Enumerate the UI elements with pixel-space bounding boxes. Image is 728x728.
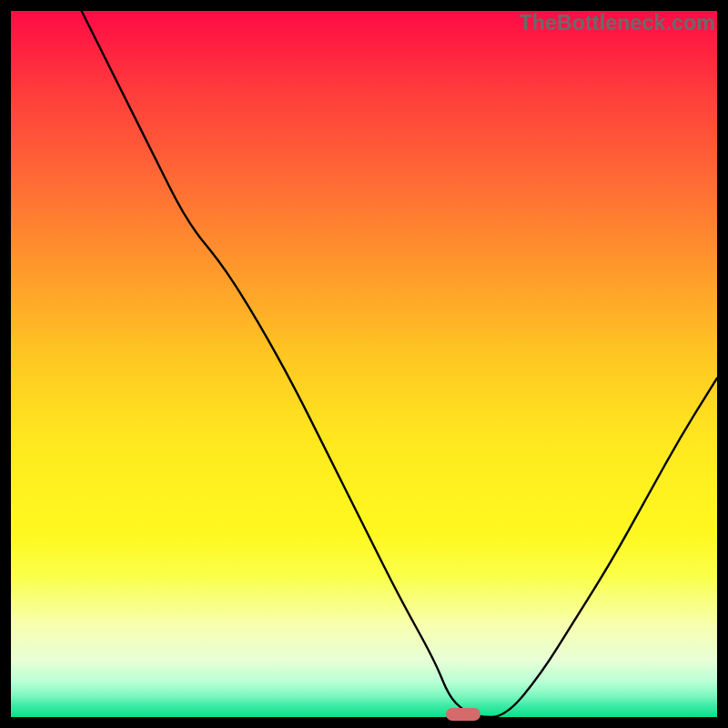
optimal-marker — [446, 708, 480, 721]
chart-frame: TheBottleneck.com — [0, 0, 728, 728]
chart-plot-area: TheBottleneck.com — [11, 11, 717, 717]
bottleneck-curve — [11, 11, 717, 717]
